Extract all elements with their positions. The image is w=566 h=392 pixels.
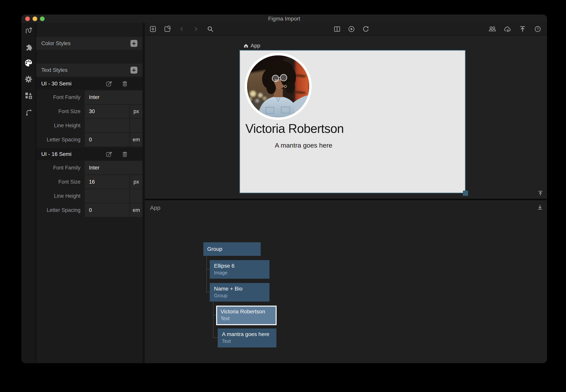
traffic-lights <box>25 14 44 23</box>
text-styles-title: Text Styles <box>41 67 67 73</box>
letter-spacing-value[interactable]: 0 <box>85 133 130 146</box>
font-family-row: Font Family Inter <box>36 90 143 104</box>
field-label: Line Height <box>36 119 85 132</box>
field-label: Font Size <box>36 105 85 118</box>
svg-text:?: ? <box>537 27 539 31</box>
tree-node-ellipse[interactable]: Ellipse 6 Image <box>210 260 269 279</box>
letter-spacing-row: Letter Spacing 0 em <box>36 133 143 146</box>
tree-connector <box>206 256 210 292</box>
line-height-value[interactable] <box>85 189 130 203</box>
font-size-unit[interactable]: px <box>130 175 143 189</box>
field-label: Letter Spacing <box>36 203 85 217</box>
add-text-style-button[interactable]: + <box>131 67 137 74</box>
refresh-icon[interactable] <box>362 25 370 33</box>
minimize-button[interactable] <box>33 16 37 21</box>
field-label: Font Family <box>36 161 85 174</box>
font-size-value[interactable]: 30 <box>85 105 130 118</box>
font-family-value[interactable]: Inter <box>85 90 143 104</box>
palette-icon[interactable] <box>24 58 33 67</box>
window-title: Figma Import <box>21 16 547 22</box>
breadcrumb-label: App <box>251 42 260 49</box>
vector-path-icon[interactable] <box>24 26 33 35</box>
node-subtitle: Image <box>214 270 269 276</box>
field-label: Line Height <box>36 189 85 203</box>
back-icon[interactable] <box>177 25 186 33</box>
text-style-row: UI - 16 Semi <box>36 148 143 160</box>
field-label: Letter Spacing <box>36 133 85 146</box>
app-window: Figma Import <box>21 14 547 363</box>
tree-node-name-bio[interactable]: Name + Bio Group <box>210 283 269 302</box>
line-height-unit[interactable] <box>130 119 143 132</box>
add-color-style-button[interactable]: + <box>131 40 137 47</box>
card-mantra-text[interactable]: A mantra goes here <box>245 141 362 149</box>
letter-spacing-unit[interactable]: em <box>130 203 143 217</box>
split-view-icon[interactable] <box>333 25 341 33</box>
font-size-value[interactable]: 16 <box>85 175 130 189</box>
collapse-panel-up-icon[interactable] <box>537 190 544 197</box>
profile-card-frame[interactable]: Victoria Robertson A mantra goes here <box>239 50 465 193</box>
tree-node-group[interactable]: Group <box>203 242 261 256</box>
titlebar: Figma Import <box>21 14 547 23</box>
home-icon <box>243 43 249 48</box>
delete-style-icon[interactable] <box>121 151 128 158</box>
line-height-value[interactable] <box>85 119 130 132</box>
font-family-value[interactable]: Inter <box>85 161 143 174</box>
field-label: Font Family <box>36 90 85 104</box>
forward-icon[interactable] <box>192 25 200 33</box>
text-style-name: UI - 16 Semi <box>41 151 105 157</box>
publish-upload-icon[interactable] <box>518 25 527 33</box>
font-size-row: Font Size 16 px <box>36 175 143 189</box>
edit-style-icon[interactable] <box>105 80 112 87</box>
text-styles-header: Text Styles + <box>36 64 143 76</box>
text-style-row: UI - 30 Semi <box>36 78 143 90</box>
team-users-icon[interactable] <box>488 25 497 33</box>
breadcrumb[interactable]: App <box>243 42 260 49</box>
line-height-unit[interactable] <box>130 189 143 203</box>
selection-resize-handle[interactable] <box>463 191 468 196</box>
edit-style-icon[interactable] <box>105 151 112 158</box>
panel-divider[interactable] <box>145 199 547 200</box>
design-canvas[interactable]: App <box>145 36 547 199</box>
font-size-unit[interactable]: px <box>130 105 143 118</box>
font-family-row: Font Family Inter <box>36 161 143 174</box>
settings-gear-icon[interactable] <box>24 75 33 84</box>
node-subtitle: Group <box>214 293 269 298</box>
plugins-puzzle-icon[interactable] <box>24 42 33 51</box>
help-icon[interactable]: ? <box>533 25 542 33</box>
layer-tree-panel: App Group Ellipse 6 Image <box>145 200 547 363</box>
node-title: Group <box>207 246 222 252</box>
zoom-button[interactable] <box>40 16 44 21</box>
main-toolbar: ? <box>145 23 547 36</box>
letter-spacing-unit[interactable]: em <box>130 133 143 146</box>
node-subtitle: Text <box>221 316 276 321</box>
tree-node-victoria-selected[interactable]: Victoria Robertson Text <box>216 306 276 325</box>
import-inspect-icon[interactable] <box>163 25 172 33</box>
tree-node-mantra[interactable]: A mantra goes here Text <box>218 328 276 348</box>
line-height-row: Line Height <box>36 189 143 203</box>
font-size-row: Font Size 30 px <box>36 105 143 118</box>
close-button[interactable] <box>25 16 30 21</box>
avatar[interactable] <box>245 53 312 120</box>
card-name-text[interactable]: Victoria Robertson <box>245 121 344 136</box>
search-icon[interactable] <box>206 25 215 33</box>
node-title: A mantra goes here <box>222 331 276 337</box>
color-styles-header: Color Styles + <box>36 37 143 50</box>
tree-panel-title: App <box>150 205 160 211</box>
node-title: Ellipse 6 <box>214 263 269 269</box>
components-export-icon[interactable] <box>24 91 33 100</box>
play-icon[interactable] <box>347 25 356 33</box>
node-subtitle: Text <box>222 338 276 344</box>
styles-panel: Color Styles + Text Styles + UI - 30 Sem… <box>36 23 145 363</box>
delete-style-icon[interactable] <box>121 80 128 87</box>
field-label: Font Size <box>36 175 85 189</box>
line-height-row: Line Height <box>36 119 143 132</box>
letter-spacing-row: Letter Spacing 0 em <box>36 203 143 217</box>
node-title: Name + Bio <box>214 286 269 292</box>
collapse-panel-down-icon[interactable] <box>537 204 544 211</box>
add-frame-icon[interactable] <box>149 25 157 33</box>
cloud-sync-icon[interactable] <box>503 25 512 33</box>
left-icon-strip <box>21 23 36 363</box>
branch-icon[interactable] <box>24 107 33 116</box>
node-title: Victoria Robertson <box>221 308 276 315</box>
letter-spacing-value[interactable]: 0 <box>85 203 130 217</box>
